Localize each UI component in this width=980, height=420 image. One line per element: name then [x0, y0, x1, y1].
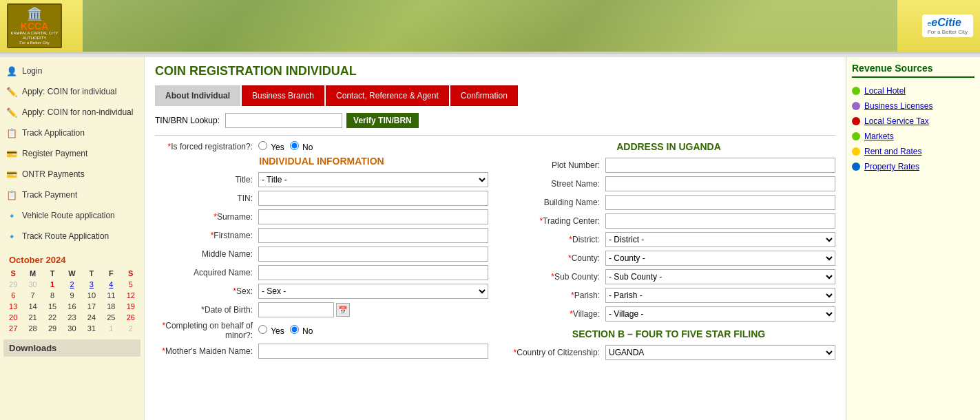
sex-select[interactable]: - Sex - Male Female [258, 284, 488, 299]
village-select[interactable]: - Village - [605, 306, 835, 322]
sidebar-item-track-route[interactable]: 🔹 Track Route Application [0, 226, 144, 246]
tab-business-branch[interactable]: Business Branch [242, 85, 324, 106]
completing-no-radio[interactable] [290, 325, 299, 334]
kcca-building-icon: 🏛️ [27, 6, 42, 21]
cal-day[interactable]: 14 [23, 301, 42, 312]
cal-day[interactable]: 30 [23, 279, 42, 290]
revenue-item-hotel[interactable]: Local Hotel [852, 83, 974, 98]
street-input[interactable] [605, 176, 835, 191]
cal-day[interactable]: 18 [101, 301, 121, 312]
cal-day[interactable]: 1 [101, 323, 121, 334]
forced-no-radio[interactable] [290, 141, 299, 150]
cal-day[interactable]: 25 [101, 312, 121, 323]
cal-day[interactable]: 19 [121, 301, 140, 312]
surname-label: *Surname: [155, 212, 258, 222]
cal-day[interactable]: 9 [62, 290, 81, 301]
revenue-item-rent-rates[interactable]: Rent and Rates [852, 144, 974, 159]
cal-day[interactable]: 30 [62, 323, 81, 334]
tin-lookup-input[interactable] [225, 113, 342, 128]
building-input[interactable] [605, 195, 835, 210]
cal-day[interactable]: 12 [121, 290, 140, 301]
service-tax-dot [852, 117, 860, 125]
cal-day[interactable]: 16 [62, 301, 81, 312]
calendar-icon[interactable]: 📅 [336, 303, 350, 317]
parish-select[interactable]: - Parish - [605, 288, 835, 303]
forced-yes-label[interactable]: Yes [258, 141, 284, 152]
cal-day[interactable]: 15 [43, 301, 62, 312]
surname-input[interactable] [258, 209, 488, 224]
individual-info-title: INDIVIDUAL INFORMATION [155, 156, 488, 167]
completing-no-label[interactable]: No [290, 325, 313, 336]
subcounty-select[interactable]: - Sub County - [605, 269, 835, 284]
tab-about-individual[interactable]: About Individual [155, 85, 240, 106]
sidebar-item-register-payment-label: Register Payment [22, 149, 87, 158]
cal-day[interactable]: 27 [3, 323, 23, 334]
village-row: *Village: - Village - [502, 306, 835, 322]
revenue-item-licenses[interactable]: Business Licenses [852, 98, 974, 114]
forced-no-label[interactable]: No [290, 141, 313, 152]
title-select[interactable]: - Title - Mr Mrs Ms Dr [258, 172, 488, 187]
cal-day[interactable]: 2 [121, 323, 140, 334]
cal-day[interactable]: 23 [62, 312, 81, 323]
plot-input[interactable] [605, 158, 835, 173]
sidebar-item-track-payment[interactable]: 📋 Track Payment [0, 185, 144, 205]
parish-label: *Parish: [502, 291, 605, 300]
cal-day[interactable]: 31 [82, 323, 101, 334]
sidebar-item-apply-non-individual[interactable]: ✏️ Apply: COIN for non-individual [0, 102, 144, 123]
cal-day[interactable]: 3 [82, 279, 101, 290]
ecitie-tagline: For a Better City [928, 29, 968, 35]
acquired-input[interactable] [258, 265, 488, 280]
revenue-item-property-rates[interactable]: Property Rates [852, 159, 974, 174]
district-select[interactable]: - District - [605, 232, 835, 247]
cal-day[interactable]: 8 [43, 290, 62, 301]
cal-day[interactable]: 21 [23, 312, 42, 323]
cal-day[interactable]: 2 [62, 279, 81, 290]
acquired-label: Acquired Name: [155, 268, 258, 277]
cal-day[interactable]: 7 [23, 290, 42, 301]
sidebar-item-vehicle-route[interactable]: 🔹 Vehicle Route application [0, 205, 144, 226]
citizenship-select[interactable]: UGANDA [605, 345, 835, 360]
subcounty-label: *Sub County: [502, 272, 605, 282]
sidebar-item-apply-individual[interactable]: ✏️ Apply: COIN for individual [0, 81, 144, 102]
county-select[interactable]: - County - [605, 251, 835, 266]
surname-row: *Surname: [155, 209, 488, 224]
sidebar-item-track-application[interactable]: 📋 Track Application [0, 123, 144, 143]
sidebar-item-register-payment[interactable]: 💳 Register Payment [0, 143, 144, 164]
cal-day[interactable]: 5 [121, 279, 140, 290]
forced-yes-radio[interactable] [258, 141, 267, 150]
maiden-input[interactable] [258, 344, 488, 359]
tab-contact-reference[interactable]: Contact, Reference & Agent [326, 85, 449, 106]
cal-day[interactable]: 29 [3, 279, 23, 290]
tin-field-input[interactable] [258, 191, 488, 206]
firstname-input[interactable] [258, 228, 488, 243]
cal-day[interactable]: 29 [43, 323, 62, 334]
revenue-item-service-tax[interactable]: Local Service Tax [852, 114, 974, 129]
cal-day[interactable]: 6 [3, 290, 23, 301]
sidebar-item-ontr-payments[interactable]: 💳 ONTR Payments [0, 164, 144, 185]
trading-input[interactable] [605, 213, 835, 229]
completing-yes-label[interactable]: Yes [258, 325, 284, 336]
property-rates-dot [852, 162, 860, 171]
parish-row: *Parish: - Parish - [502, 288, 835, 303]
revenue-item-markets[interactable]: Markets [852, 129, 974, 144]
cal-day[interactable]: 17 [82, 301, 101, 312]
sidebar-item-login[interactable]: 👤 Login [0, 61, 144, 81]
cal-day[interactable]: 22 [43, 312, 62, 323]
cal-day[interactable]: 28 [23, 323, 42, 334]
cal-day[interactable]: 4 [101, 279, 121, 290]
cal-day[interactable]: 11 [101, 290, 121, 301]
address-section: ADDRESS IN UGANDA Plot Number: Street Na… [502, 141, 835, 364]
cal-day[interactable]: 20 [3, 312, 23, 323]
middlename-input[interactable] [258, 246, 488, 262]
sidebar-item-apply-individual-label: Apply: COIN for individual [22, 87, 116, 96]
completing-yes-radio[interactable] [258, 325, 267, 334]
tab-confirmation[interactable]: Confirmation [450, 85, 518, 106]
cal-day[interactable]: 1 [43, 279, 62, 290]
dob-input[interactable] [258, 302, 334, 317]
cal-day[interactable]: 26 [121, 312, 140, 323]
sidebar-item-vehicle-route-label: Vehicle Route application [22, 211, 115, 220]
cal-day[interactable]: 24 [82, 312, 101, 323]
verify-tin-button[interactable]: Verify TIN/BRN [346, 113, 419, 128]
cal-day[interactable]: 10 [82, 290, 101, 301]
cal-day[interactable]: 13 [3, 301, 23, 312]
